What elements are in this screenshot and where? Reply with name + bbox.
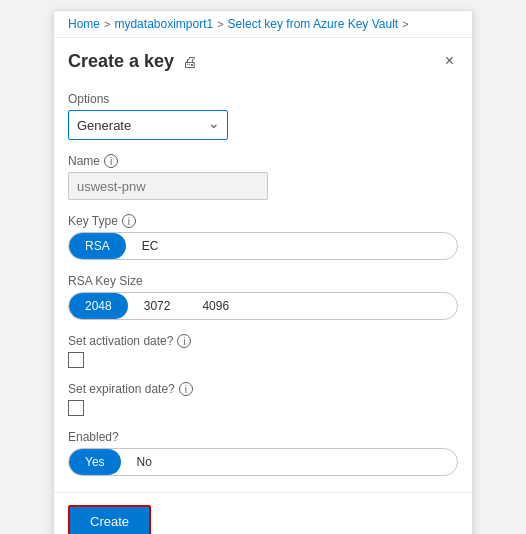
breadcrumb-step2[interactable]: Select key from Azure Key Vault	[228, 17, 399, 31]
create-key-panel: Home > mydataboximport1 > Select key fro…	[53, 10, 473, 534]
options-label: Options	[68, 92, 458, 106]
panel-footer: Create	[54, 492, 472, 534]
page-title: Create a key	[68, 51, 174, 72]
header-left: Create a key 🖨	[68, 51, 197, 72]
enabled-field: Enabled? Yes No	[68, 430, 458, 476]
options-select-wrapper: Generate Import Restore from Backup	[68, 110, 228, 140]
name-input[interactable]	[68, 172, 268, 200]
expiration-info-icon[interactable]: i	[179, 382, 193, 396]
expiration-date-field: Set expiration date? i	[68, 382, 458, 416]
name-info-icon[interactable]: i	[104, 154, 118, 168]
activation-date-field: Set activation date? i	[68, 334, 458, 368]
rsa-key-size-field: RSA Key Size 2048 3072 4096	[68, 274, 458, 320]
form-content: Options Generate Import Restore from Bac…	[54, 76, 472, 492]
expiration-date-label: Set expiration date? i	[68, 382, 458, 396]
breadcrumb-sep2: >	[217, 18, 223, 30]
enabled-label: Enabled?	[68, 430, 458, 444]
activation-info-icon[interactable]: i	[177, 334, 191, 348]
breadcrumb-sep1: >	[104, 18, 110, 30]
rsa-key-size-toggle: 2048 3072 4096	[68, 292, 458, 320]
close-button[interactable]: ×	[441, 50, 458, 72]
activation-checkbox-wrapper	[68, 352, 458, 368]
key-type-rsa-button[interactable]: RSA	[69, 233, 126, 259]
create-button[interactable]: Create	[68, 505, 151, 534]
activation-date-label: Set activation date? i	[68, 334, 458, 348]
name-label: Name i	[68, 154, 458, 168]
options-select[interactable]: Generate Import Restore from Backup	[68, 110, 228, 140]
options-field: Options Generate Import Restore from Bac…	[68, 92, 458, 140]
expiration-checkbox[interactable]	[68, 400, 84, 416]
activation-checkbox[interactable]	[68, 352, 84, 368]
key-type-field: Key Type i RSA EC	[68, 214, 458, 260]
key-type-toggle: RSA EC	[68, 232, 458, 260]
rsa-key-size-label: RSA Key Size	[68, 274, 458, 288]
rsa-size-4096-button[interactable]: 4096	[186, 293, 245, 319]
breadcrumb-sep3: >	[402, 18, 408, 30]
panel-header: Create a key 🖨 ×	[54, 38, 472, 76]
name-field: Name i	[68, 154, 458, 200]
breadcrumb-step1[interactable]: mydataboximport1	[114, 17, 213, 31]
rsa-size-2048-button[interactable]: 2048	[69, 293, 128, 319]
enabled-yes-button[interactable]: Yes	[69, 449, 121, 475]
print-icon[interactable]: 🖨	[182, 53, 197, 70]
enabled-toggle: Yes No	[68, 448, 458, 476]
key-type-info-icon[interactable]: i	[122, 214, 136, 228]
breadcrumb: Home > mydataboximport1 > Select key fro…	[54, 11, 472, 38]
key-type-label: Key Type i	[68, 214, 458, 228]
breadcrumb-home[interactable]: Home	[68, 17, 100, 31]
enabled-no-button[interactable]: No	[121, 449, 168, 475]
expiration-checkbox-wrapper	[68, 400, 458, 416]
rsa-size-3072-button[interactable]: 3072	[128, 293, 187, 319]
key-type-ec-button[interactable]: EC	[126, 233, 175, 259]
